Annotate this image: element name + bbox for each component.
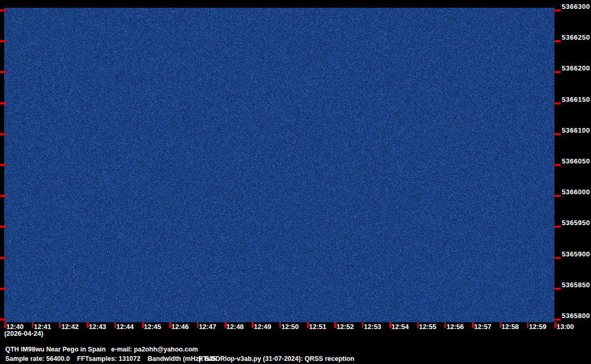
freq-tick-right: [554, 40, 560, 42]
time-tick: [417, 322, 419, 328]
time-tick-label: 12:44: [116, 323, 134, 331]
freq-tick-left: [0, 226, 6, 228]
waterfall-spectrogram: [4, 8, 554, 322]
freq-tick-right: [554, 195, 560, 197]
freq-tick-left: [0, 257, 6, 259]
freq-tick-label: 5366150: [562, 96, 590, 104]
time-tick: [142, 322, 144, 328]
freq-tick-label: 5366050: [562, 157, 590, 166]
freq-tick-left: [0, 288, 6, 290]
time-tick: [197, 322, 198, 328]
freq-tick-left: [0, 102, 6, 104]
time-tick: [59, 322, 61, 328]
time-tick: [472, 322, 474, 328]
freq-tick-right: [554, 257, 560, 259]
time-tick-label: 12:57: [474, 323, 491, 331]
freq-tick-left: [0, 9, 6, 11]
time-tick: [224, 322, 226, 328]
app-version-line: RTLSDRlop-v3ab.py (31-07-2024): QRSS rec…: [198, 355, 354, 362]
time-tick-label: 12:48: [227, 323, 244, 331]
freq-tick-right: [554, 164, 560, 166]
freq-tick-left: [0, 40, 6, 42]
freq-tick-label: 5366100: [562, 126, 590, 135]
time-tick: [279, 322, 281, 328]
time-tick-label: 12:52: [336, 323, 353, 331]
time-tick: [87, 322, 88, 328]
freq-tick-left: [0, 319, 6, 321]
freq-tick-label: 5365950: [562, 219, 590, 227]
freq-tick-label: 5366000: [562, 188, 590, 196]
freq-tick-right: [554, 9, 560, 11]
time-tick: [4, 322, 6, 328]
date-annotation: (2026-04-24): [4, 330, 43, 337]
freq-tick-right: [554, 71, 560, 73]
time-tick-label: 12:42: [61, 323, 78, 331]
freq-tick-label: 5366300: [562, 3, 590, 11]
time-tick: [334, 322, 336, 328]
time-tick: [527, 322, 528, 328]
time-tick-label: 12:58: [502, 323, 519, 331]
time-tick-label: 12:54: [392, 323, 409, 331]
time-tick: [389, 322, 391, 328]
time-tick: [114, 322, 116, 328]
freq-tick-left: [0, 133, 6, 135]
time-tick: [500, 322, 501, 328]
time-tick: [554, 322, 556, 328]
time-tick-label: 12:43: [89, 323, 106, 331]
time-tick: [169, 322, 171, 328]
time-tick-label: 12:56: [446, 323, 464, 331]
freq-tick-label: 5366200: [562, 64, 590, 73]
freq-tick-label: 5366250: [562, 33, 590, 42]
time-tick-label: 12:55: [419, 323, 436, 331]
time-tick-label: 12:45: [144, 323, 161, 331]
time-tick-label: 12:46: [171, 323, 188, 331]
time-tick: [252, 322, 253, 328]
time-tick-label: 12:53: [364, 323, 381, 331]
time-tick-label: 12:50: [281, 323, 299, 331]
freq-tick-left: [0, 195, 6, 197]
freq-tick-left: [0, 164, 6, 166]
freq-tick-right: [554, 319, 560, 321]
time-tick: [32, 322, 33, 328]
time-tick: [307, 322, 309, 328]
freq-tick-right: [554, 102, 560, 104]
time-tick: [444, 322, 446, 328]
freq-tick-right: [554, 226, 560, 228]
time-tick-label: 12:59: [529, 323, 546, 331]
time-tick-label: 12:51: [309, 323, 326, 331]
freq-tick-label: 5365900: [562, 250, 590, 259]
time-tick: [362, 322, 363, 328]
time-tick-label: 12:47: [199, 323, 216, 331]
qth-contact-line: QTH IM98wu Near Pego in Spain e-mail: pa…: [5, 346, 198, 353]
freq-tick-right: [554, 288, 560, 290]
freq-tick-label: 5365850: [562, 281, 590, 289]
freq-tick-right: [554, 133, 560, 135]
time-tick-label: 13:00: [557, 323, 574, 331]
freq-tick-left: [0, 71, 6, 73]
receiver-settings-line: Sample rate: 56400.0 FFTsamples: 131072 …: [5, 355, 216, 362]
freq-tick-label: 5365800: [562, 312, 590, 320]
qrss-grabber-screen: 5366300536625053662005366150536610053660…: [0, 0, 591, 364]
time-tick-label: 12:49: [254, 323, 271, 331]
